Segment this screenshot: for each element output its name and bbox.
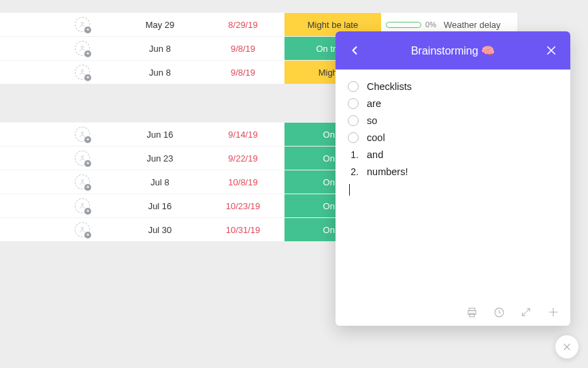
history-icon[interactable] xyxy=(493,306,505,318)
assignee-placeholder-icon[interactable]: + xyxy=(75,127,90,142)
due-date-cell[interactable]: 8/29/19 xyxy=(201,20,284,30)
start-date-cell[interactable]: Jun 8 xyxy=(118,67,201,78)
start-date-cell[interactable]: Jul 16 xyxy=(118,201,201,211)
due-date-cell[interactable]: 9/8/19 xyxy=(201,44,284,54)
brainstorming-panel: Brainstorming 🧠 Checklistsaresocool1.and… xyxy=(336,31,570,326)
expand-icon[interactable] xyxy=(520,306,532,318)
checklist-text: are xyxy=(367,98,381,109)
assignee-cell[interactable]: + xyxy=(0,17,118,32)
panel-footer xyxy=(336,303,570,326)
svg-point-4 xyxy=(81,155,83,157)
assignee-cell[interactable]: + xyxy=(0,65,118,80)
assignee-cell[interactable]: + xyxy=(0,222,118,237)
panel-body[interactable]: Checklistsaresocool1.and2.numbers! xyxy=(336,70,570,303)
assignee-placeholder-icon[interactable]: + xyxy=(75,65,90,80)
assignee-cell[interactable]: + xyxy=(0,174,118,189)
start-date-cell[interactable]: May 29 xyxy=(118,20,201,30)
progress-cell[interactable]: 0% xyxy=(381,20,441,29)
numbered-item[interactable]: 1.and xyxy=(348,146,558,163)
svg-line-15 xyxy=(523,313,526,316)
checkbox-icon[interactable] xyxy=(348,98,359,109)
note-cell[interactable]: Weather delay xyxy=(441,20,517,30)
plus-badge-icon: + xyxy=(84,208,91,215)
assignee-placeholder-icon[interactable]: + xyxy=(75,174,90,189)
checklist-text: Checklists xyxy=(367,81,412,92)
start-date-cell[interactable]: Jun 23 xyxy=(118,153,201,164)
svg-point-5 xyxy=(81,179,83,181)
due-date-cell[interactable]: 10/8/19 xyxy=(201,177,284,187)
start-date-cell[interactable]: Jul 30 xyxy=(118,225,201,235)
assignee-cell[interactable]: + xyxy=(0,127,118,142)
checkbox-icon[interactable] xyxy=(348,115,359,126)
plus-badge-icon: + xyxy=(84,136,91,143)
panel-title: Brainstorming 🧠 xyxy=(364,44,542,57)
numbered-item[interactable]: 2.numbers! xyxy=(348,163,558,180)
checkbox-icon[interactable] xyxy=(348,81,359,92)
plus-badge-icon: + xyxy=(84,74,91,81)
close-panel-button[interactable] xyxy=(542,41,561,60)
svg-point-1 xyxy=(81,46,83,48)
svg-point-0 xyxy=(81,22,83,24)
editor-cursor-line[interactable] xyxy=(348,180,558,198)
assignee-placeholder-icon[interactable]: + xyxy=(75,17,90,32)
numbered-text: numbers! xyxy=(367,166,408,177)
number-marker: 1. xyxy=(348,149,359,160)
assignee-cell[interactable]: + xyxy=(0,151,118,166)
assignee-cell[interactable]: + xyxy=(0,198,118,213)
assignee-placeholder-icon[interactable]: + xyxy=(75,222,90,237)
assignee-placeholder-icon[interactable]: + xyxy=(75,151,90,166)
back-button[interactable] xyxy=(345,41,364,60)
checklist-item[interactable]: cool xyxy=(348,129,558,146)
checklist-item[interactable]: Checklists xyxy=(348,78,558,95)
plus-badge-icon: + xyxy=(84,50,91,57)
plus-badge-icon: + xyxy=(84,27,91,33)
start-date-cell[interactable]: Jun 16 xyxy=(118,129,201,140)
add-icon[interactable] xyxy=(547,306,559,318)
due-date-cell[interactable]: 9/14/19 xyxy=(201,129,284,140)
start-date-cell[interactable]: Jul 8 xyxy=(118,177,201,187)
text-caret-icon xyxy=(349,184,350,196)
due-date-cell[interactable]: 9/8/19 xyxy=(201,67,284,78)
svg-point-3 xyxy=(81,132,83,134)
due-date-cell[interactable]: 10/23/19 xyxy=(201,201,284,211)
plus-badge-icon: + xyxy=(84,232,91,239)
checkbox-icon[interactable] xyxy=(348,132,359,143)
checklist-text: so xyxy=(367,115,377,126)
plus-badge-icon: + xyxy=(84,184,91,191)
checklist-text: cool xyxy=(367,132,385,143)
progress-percent: 0% xyxy=(425,20,436,29)
checklist-item[interactable]: are xyxy=(348,95,558,112)
svg-point-2 xyxy=(81,70,83,72)
svg-point-7 xyxy=(81,227,83,229)
assignee-placeholder-icon[interactable]: + xyxy=(75,198,90,213)
assignee-placeholder-icon[interactable]: + xyxy=(75,41,90,56)
svg-rect-12 xyxy=(469,313,474,316)
start-date-cell[interactable]: Jun 8 xyxy=(118,44,201,54)
panel-header: Brainstorming 🧠 xyxy=(336,31,570,70)
svg-line-14 xyxy=(527,309,530,312)
svg-point-6 xyxy=(81,203,83,205)
assignee-cell[interactable]: + xyxy=(0,41,118,56)
due-date-cell[interactable]: 9/22/19 xyxy=(201,153,284,164)
due-date-cell[interactable]: 10/31/19 xyxy=(201,225,284,235)
close-overlay-button[interactable] xyxy=(555,335,578,358)
plus-badge-icon: + xyxy=(84,160,91,167)
number-marker: 2. xyxy=(348,166,359,177)
numbered-text: and xyxy=(367,149,383,160)
print-icon[interactable] xyxy=(466,306,478,318)
checklist-item[interactable]: so xyxy=(348,112,558,129)
